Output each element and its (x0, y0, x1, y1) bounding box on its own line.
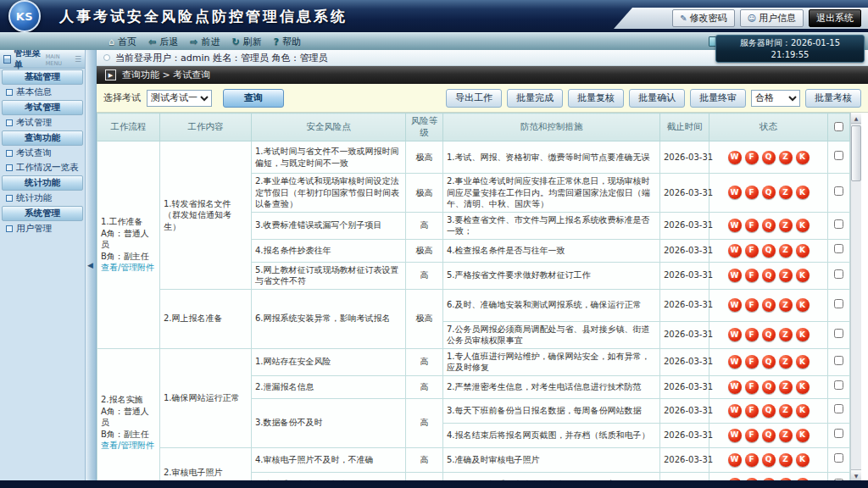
status-badge-w[interactable]: W (728, 453, 742, 467)
status-badge-f[interactable]: F (745, 328, 759, 341)
status-badge-f[interactable]: F (745, 478, 759, 480)
status-badge-q[interactable]: Q (762, 478, 776, 480)
status-badge-z[interactable]: Z (779, 355, 793, 369)
status-badge-q[interactable]: Q (762, 328, 776, 341)
status-badge-f[interactable]: F (745, 219, 759, 232)
status-badge-w[interactable]: W (728, 380, 742, 394)
status-badge-k[interactable]: K (796, 269, 810, 282)
status-badge-k[interactable]: K (796, 478, 810, 480)
status-badge-z[interactable]: Z (779, 151, 793, 164)
sidebar-section-stats[interactable]: 统计功能 (2, 175, 83, 191)
status-badge-f[interactable]: F (745, 380, 759, 394)
sidebar-collapse-strip[interactable]: ◀ (86, 50, 97, 480)
status-badge-w[interactable]: W (728, 429, 742, 442)
status-badge-f[interactable]: F (745, 269, 759, 282)
status-badge-f[interactable]: F (745, 151, 759, 164)
status-badge-q[interactable]: Q (762, 355, 776, 369)
status-badge-k[interactable]: K (796, 404, 810, 418)
scroll-up-icon[interactable]: ▲ (851, 113, 861, 124)
status-badge-z[interactable]: Z (779, 269, 793, 282)
status-badge-f[interactable]: F (745, 186, 759, 199)
status-badge-w[interactable]: W (728, 219, 742, 232)
status-badge-q[interactable]: Q (762, 298, 776, 312)
nav-back[interactable]: ⇦后退 (148, 36, 178, 48)
status-badge-f[interactable]: F (745, 244, 759, 258)
status-badge-w[interactable]: W (728, 151, 742, 164)
status-badge-w[interactable]: W (728, 404, 742, 418)
status-badge-q[interactable]: Q (762, 429, 776, 442)
status-badge-q[interactable]: Q (762, 151, 776, 164)
sidebar-item-user-mgmt[interactable]: 用户管理 (0, 221, 85, 236)
status-badge-w[interactable]: W (728, 355, 742, 369)
status-badge-k[interactable]: K (796, 380, 810, 394)
status-badge-k[interactable]: K (796, 429, 810, 442)
status-badge-q[interactable]: Q (762, 244, 776, 258)
batch-complete-button[interactable]: 批量完成 (507, 89, 563, 108)
status-badge-f[interactable]: F (745, 429, 759, 442)
status-badge-w[interactable]: W (728, 478, 742, 480)
status-badge-k[interactable]: K (796, 244, 810, 258)
status-badge-w[interactable]: W (728, 298, 742, 312)
row-select-checkbox[interactable] (834, 356, 843, 365)
status-badge-q[interactable]: Q (762, 380, 776, 394)
status-badge-q[interactable]: Q (762, 404, 776, 418)
manage-attachments-link[interactable]: 查看/管理附件 (101, 441, 154, 450)
select-all-checkbox[interactable] (834, 122, 843, 131)
status-badge-k[interactable]: K (796, 151, 810, 164)
query-button[interactable]: 查询 (223, 89, 284, 108)
row-select-checkbox[interactable] (834, 219, 843, 229)
row-select-checkbox[interactable] (834, 479, 843, 480)
status-badge-z[interactable]: Z (779, 298, 793, 312)
nav-forward[interactable]: ⇨前进 (190, 36, 220, 48)
export-work-button[interactable]: 导出工作 (446, 89, 502, 108)
status-badge-k[interactable]: K (796, 186, 810, 199)
scroll-down-icon[interactable]: ▼ (851, 469, 861, 480)
status-badge-q[interactable]: Q (762, 186, 776, 199)
status-badge-w[interactable]: W (728, 244, 742, 258)
scrollbar-thumb[interactable] (851, 125, 861, 181)
row-select-checkbox[interactable] (834, 186, 843, 196)
logout-button[interactable]: 退出系统 (809, 9, 861, 27)
row-select-checkbox[interactable] (834, 299, 843, 308)
status-badge-w[interactable]: W (728, 269, 742, 282)
status-badge-f[interactable]: F (745, 298, 759, 312)
change-password-button[interactable]: ✎修改密码 (672, 9, 734, 27)
row-select-checkbox[interactable] (834, 404, 843, 413)
nav-home[interactable]: ⌂首页 (108, 36, 136, 48)
sidebar-section-query[interactable]: 查询功能 (2, 130, 83, 146)
sidebar-section-system[interactable]: 系统管理 (2, 206, 83, 221)
status-badge-z[interactable]: Z (779, 380, 793, 394)
row-select-checkbox[interactable] (834, 380, 843, 390)
sidebar-item-exam-mgmt[interactable]: 考试管理 (0, 115, 85, 130)
collapse-arrow-icon[interactable]: ◀ (87, 261, 93, 269)
status-badge-q[interactable]: Q (762, 269, 776, 282)
sidebar-item-basic-info[interactable]: 基本信息 (0, 85, 85, 99)
status-badge-z[interactable]: Z (779, 478, 793, 480)
status-badge-z[interactable]: Z (779, 244, 793, 258)
sidebar-item-stats[interactable]: 统计功能 (0, 191, 85, 205)
status-badge-k[interactable]: K (796, 453, 810, 467)
status-badge-f[interactable]: F (745, 355, 759, 369)
status-badge-w[interactable]: W (728, 328, 742, 341)
row-select-checkbox[interactable] (834, 329, 843, 338)
status-badge-q[interactable]: Q (762, 219, 776, 232)
grade-select[interactable]: 合格 (751, 90, 800, 107)
row-select-checkbox[interactable] (834, 429, 843, 438)
nav-refresh[interactable]: ↻刷新 (231, 36, 261, 48)
batch-final-review-button[interactable]: 批量终审 (690, 89, 746, 108)
nav-help[interactable]: ?帮助 (274, 36, 301, 48)
status-badge-k[interactable]: K (796, 219, 810, 232)
status-badge-q[interactable]: Q (762, 453, 776, 467)
status-badge-z[interactable]: Z (779, 404, 793, 418)
vertical-scrollbar[interactable]: ▲ ▼ (850, 113, 861, 480)
status-badge-w[interactable]: W (728, 186, 742, 199)
sidebar-item-exam-query[interactable]: 考试查询 (0, 146, 85, 160)
row-select-checkbox[interactable] (834, 453, 843, 463)
status-badge-f[interactable]: F (745, 453, 759, 467)
batch-assess-button[interactable]: 批量考核 (805, 89, 861, 108)
row-select-checkbox[interactable] (834, 269, 843, 279)
sidebar-section-basic-mgmt[interactable]: 基础管理 (2, 69, 83, 85)
status-badge-k[interactable]: K (796, 298, 810, 312)
status-badge-z[interactable]: Z (779, 328, 793, 341)
status-badge-z[interactable]: Z (779, 186, 793, 199)
